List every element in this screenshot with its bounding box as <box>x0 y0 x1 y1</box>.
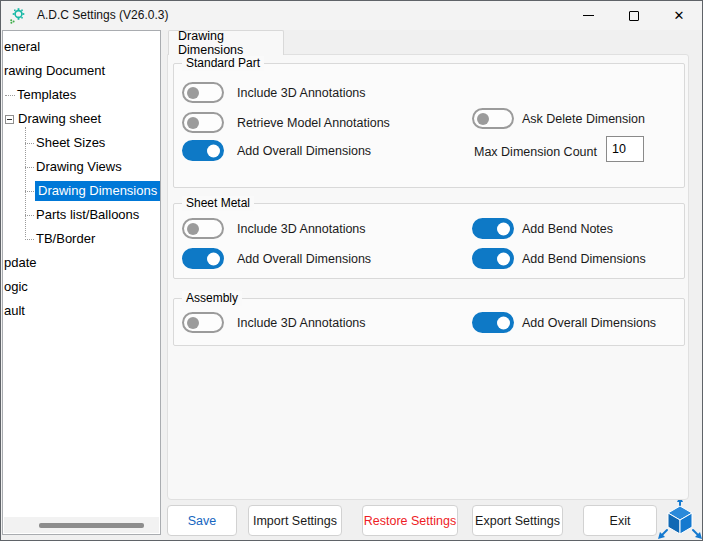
tree-item-drawing-dimensions[interactable]: Drawing Dimensions <box>3 179 160 203</box>
group-standard-part: Standard Part Include 3D Annotations Ret… <box>173 63 685 188</box>
toggle-knob <box>187 87 199 99</box>
toggle-knob <box>497 222 510 235</box>
tree-item-tb-border[interactable]: TB/Border <box>3 227 160 251</box>
tree-item-general[interactable]: eneral <box>3 35 160 59</box>
toggle-knob <box>477 113 489 125</box>
group-assembly: Assembly Include 3D Annotations Add Over… <box>173 298 685 346</box>
row-std-add-overall: Add Overall Dimensions <box>182 140 224 161</box>
tree-stub <box>25 239 34 240</box>
exit-button[interactable]: Exit <box>583 505 657 536</box>
toggle-sm-add-overall-dimensions[interactable] <box>182 248 224 269</box>
row-asm-add-overall: Add Overall Dimensions <box>472 312 514 333</box>
toggle-knob <box>187 117 199 129</box>
export-settings-button[interactable]: Export Settings <box>472 505 563 536</box>
maximize-button[interactable] <box>611 1 657 30</box>
toggle-asm-add-overall-dimensions[interactable] <box>472 312 514 333</box>
tree-item-parts-list-balloons[interactable]: Parts list/Balloons <box>3 203 160 227</box>
scrollbar-thumb[interactable] <box>39 523 144 528</box>
toggle-std-ask-delete-dimension[interactable] <box>472 108 514 129</box>
tree-stub <box>5 95 15 96</box>
tree-item-drawing-sheet[interactable]: Drawing sheet <box>3 107 160 131</box>
toggle-std-add-overall-dimensions[interactable] <box>182 140 224 161</box>
group-title: Sheet Metal <box>182 196 254 211</box>
tree-item-templates[interactable]: Templates <box>3 83 160 107</box>
toggle-asm-include-3d-annotations[interactable] <box>182 312 224 333</box>
toggle-knob <box>497 252 510 265</box>
max-dimension-count-input[interactable] <box>606 136 644 162</box>
row-asm-include-3d: Include 3D Annotations <box>182 312 224 333</box>
tree-item-drawing-document[interactable]: rawing Document <box>3 59 160 83</box>
window-title: A.D.C Settings (V26.0.3) <box>37 8 168 22</box>
toggle-knob <box>187 223 199 235</box>
row-std-ask-delete: Ask Delete Dimension <box>472 108 514 129</box>
drawing-dimensions-page: Standard Part Include 3D Annotations Ret… <box>167 54 689 500</box>
close-button[interactable]: ✕ <box>656 1 702 30</box>
app-gear-icon <box>9 7 26 24</box>
settings-tree: eneral rawing Document Templates Drawing… <box>2 30 161 535</box>
tree-stub <box>25 143 34 144</box>
row-sm-include-3d: Include 3D Annotations <box>182 218 224 239</box>
tree-item-vault[interactable]: ault <box>3 299 160 323</box>
toggle-knob <box>207 252 220 265</box>
import-settings-button[interactable]: Import Settings <box>248 505 342 536</box>
close-icon: ✕ <box>674 9 685 22</box>
toggle-sm-add-bend-notes[interactable] <box>472 218 514 239</box>
minimize-icon <box>583 15 594 16</box>
collapse-minus-icon[interactable] <box>5 115 14 124</box>
toggle-std-include-3d-annotations[interactable] <box>182 82 224 103</box>
tree-stub <box>25 191 34 192</box>
row-sm-add-overall: Add Overall Dimensions <box>182 248 224 269</box>
max-dimension-count-label: Max Dimension Count <box>474 145 597 159</box>
group-title: Standard Part <box>182 56 264 71</box>
tree-stub <box>25 167 34 168</box>
toggle-sm-add-bend-dimensions[interactable] <box>472 248 514 269</box>
toggle-knob <box>497 316 510 329</box>
title-bar: A.D.C Settings (V26.0.3) ✕ <box>1 1 702 30</box>
tree-stub <box>25 215 34 216</box>
maximize-icon <box>629 11 639 21</box>
toggle-knob <box>207 144 220 157</box>
tree-item-sheet-sizes[interactable]: Sheet Sizes <box>3 131 160 155</box>
save-button[interactable]: Save <box>167 505 237 536</box>
toggle-sm-include-3d-annotations[interactable] <box>182 218 224 239</box>
tree-item-update[interactable]: pdate <box>3 251 160 275</box>
row-sm-add-bend-dimensions: Add Bend Dimensions <box>472 248 514 269</box>
sidebar-horizontal-scrollbar[interactable] <box>4 517 159 533</box>
toggle-knob <box>187 317 199 329</box>
tree-item-drawing-views[interactable]: Drawing Views <box>3 155 160 179</box>
group-sheet-metal: Sheet Metal Include 3D Annotations Add O… <box>173 203 685 279</box>
toggle-std-retrieve-model-annotations[interactable] <box>182 112 224 133</box>
group-title: Assembly <box>182 291 242 306</box>
row-sm-add-bend-notes: Add Bend Notes <box>472 218 514 239</box>
minimize-button[interactable] <box>565 1 611 30</box>
tab-drawing-dimensions[interactable]: Drawing Dimensions <box>168 30 284 55</box>
restore-settings-button[interactable]: Restore Settings <box>362 505 458 536</box>
adc-settings-window: A.D.C Settings (V26.0.3) ✕ eneral rawing… <box>0 0 703 541</box>
row-std-retrieve-model: Retrieve Model Annotations <box>182 112 224 133</box>
tree-item-logic[interactable]: ogic <box>3 275 160 299</box>
3d-cube-axes-icon <box>657 496 703 541</box>
row-std-include-3d: Include 3D Annotations <box>182 82 224 103</box>
